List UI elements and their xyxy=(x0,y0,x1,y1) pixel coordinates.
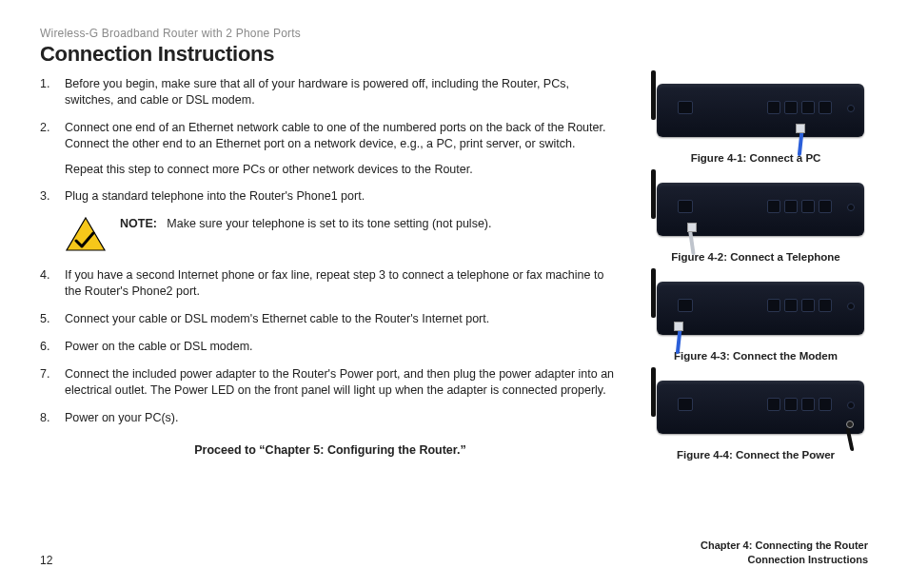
figure-4-4: Figure 4-4: Connect the Power xyxy=(643,373,868,461)
figure-4-3: Figure 4-3: Connect the Modem xyxy=(643,274,868,362)
router-image xyxy=(647,76,864,147)
page-title: Connection Instructions xyxy=(40,42,868,67)
svg-marker-0 xyxy=(67,218,105,250)
step-5: Connect your cable or DSL modem's Ethern… xyxy=(40,311,621,327)
instruction-list-cont: If you have a second Internet phone or f… xyxy=(40,267,621,425)
figure-4-2: Figure 4-2: Connect a Telephone xyxy=(643,175,868,263)
page-number: 12 xyxy=(40,554,52,567)
caution-check-icon xyxy=(65,216,107,254)
step-text: Before you begin, make sure that all of … xyxy=(65,77,569,107)
step-text: Plug a standard telephone into the Route… xyxy=(65,189,365,203)
step-2-repeat: Repeat this step to connect more PCs or … xyxy=(65,162,621,178)
figure-4-1: Figure 4-1: Connect a PC xyxy=(643,76,868,164)
step-text: Power on the cable or DSL modem. xyxy=(65,340,253,353)
note-callout: NOTE: Make sure your telephone is set to… xyxy=(65,216,621,254)
two-column-layout: Before you begin, make sure that all of … xyxy=(40,76,868,472)
page-footer: 12 Chapter 4: Connecting the Router Conn… xyxy=(40,539,868,567)
product-subheading: Wireless-G Broadband Router with 2 Phone… xyxy=(40,27,868,40)
figure-sidebar: Figure 4-1: Connect a PC Figure 4-2: Con… xyxy=(643,76,868,472)
step-7: Connect the included power adapter to th… xyxy=(40,366,621,399)
figure-caption: Figure 4-4: Connect the Power xyxy=(643,449,868,461)
section-title: Connection Instructions xyxy=(701,553,868,567)
step-8: Power on your PC(s). xyxy=(40,410,621,426)
figure-caption: Figure 4-2: Connect a Telephone xyxy=(643,251,868,263)
router-image xyxy=(647,274,864,344)
router-image xyxy=(647,175,864,245)
step-6: Power on the cable or DSL modem. xyxy=(40,339,621,355)
step-text: Connect one end of an Ethernet network c… xyxy=(65,121,605,150)
document-page: Wireless-G Broadband Router with 2 Phone… xyxy=(0,0,908,588)
chapter-footer: Chapter 4: Connecting the Router Connect… xyxy=(701,539,868,567)
figure-caption: Figure 4-1: Connect a PC xyxy=(643,152,868,164)
step-4: If you have a second Internet phone or f… xyxy=(40,267,621,300)
main-content: Before you begin, make sure that all of … xyxy=(40,76,621,472)
note-label: NOTE: xyxy=(120,217,157,230)
router-image xyxy=(647,373,864,443)
step-text: Power on your PC(s). xyxy=(65,411,178,424)
instruction-list: Before you begin, make sure that all of … xyxy=(40,76,621,205)
step-text: Connect your cable or DSL modem's Ethern… xyxy=(65,312,489,325)
note-body: Make sure your telephone is set to its t… xyxy=(167,217,491,230)
proceed-link-text: Proceed to “Chapter 5: Configuring the R… xyxy=(40,442,621,459)
step-3: Plug a standard telephone into the Route… xyxy=(40,188,621,205)
note-text: NOTE: Make sure your telephone is set to… xyxy=(120,216,491,232)
step-text: Connect the included power adapter to th… xyxy=(65,367,614,397)
step-2: Connect one end of an Ethernet network c… xyxy=(40,120,621,178)
step-1: Before you begin, make sure that all of … xyxy=(40,76,621,108)
step-text: If you have a second Internet phone or f… xyxy=(65,268,603,298)
chapter-title: Chapter 4: Connecting the Router xyxy=(701,539,868,553)
